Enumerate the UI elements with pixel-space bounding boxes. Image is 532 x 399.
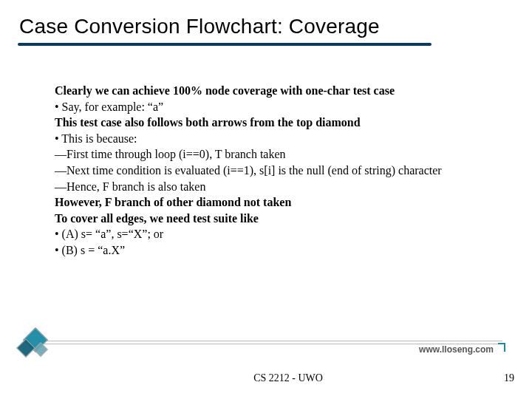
bullet-item: (B) s = “a.X” (55, 242, 491, 259)
paragraph: To cover all edges, we need test suite l… (55, 211, 491, 227)
paragraph: Clearly we can achieve 100% node coverag… (55, 83, 491, 99)
accent-diamonds-icon (19, 328, 58, 358)
dash-item: Next time condition is evaluated (i==1),… (55, 163, 491, 179)
page-number: 19 (504, 372, 514, 384)
footer-url: www.lloseng.com (419, 344, 494, 355)
footer-course: CS 2212 - UWO (0, 372, 532, 384)
dash-item: First time through loop (i==0), T branch… (55, 146, 491, 163)
bullet-item: This is because: (55, 131, 491, 147)
title-underline (18, 43, 432, 46)
body-content: Clearly we can achieve 100% node coverag… (55, 83, 491, 259)
dash-text: Hence, F branch is also taken (66, 180, 205, 193)
dash-text: First time through loop (i==0), T branch… (66, 148, 286, 160)
dash-item: Hence, F branch is also taken (55, 179, 491, 195)
dash-text: Next time condition is evaluated (i==1),… (66, 164, 442, 177)
bullet-text: (B) s = “a.X” (62, 244, 125, 256)
bullet-text: This is because: (61, 132, 137, 145)
divider-line (44, 341, 502, 341)
paragraph: However, F branch of other diamond not t… (55, 194, 491, 211)
paragraph: This test case also follows both arrows … (55, 115, 491, 131)
corner-accent-icon (498, 343, 505, 352)
slide-title: Case Conversion Flowchart: Coverage (19, 15, 380, 38)
bullet-text: (A) s= “a”, s=“X”; or (62, 228, 164, 240)
bullet-item: (A) s= “a”, s=“X”; or (55, 226, 491, 242)
bullet-item: Say, for example: “a” (55, 99, 491, 115)
bullet-text: Say, for example: “a” (62, 100, 164, 113)
